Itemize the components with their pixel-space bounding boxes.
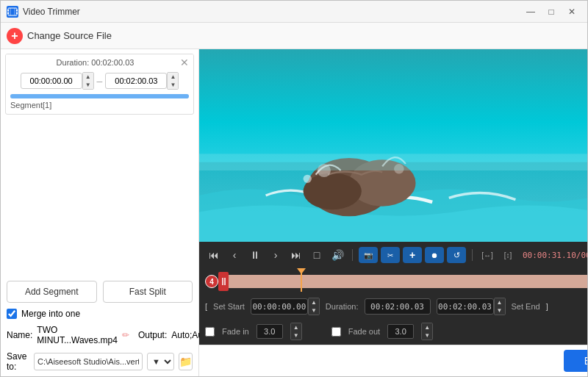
change-source-label: Change Source File (27, 30, 112, 41)
fade-in-label: Fade in (222, 327, 249, 336)
end-time-up[interactable]: ▲ (168, 73, 178, 81)
window-title: Video Trimmer (23, 7, 80, 17)
set-start-label: Set Start (213, 302, 245, 311)
end-time-group: ▲ ▼ (105, 72, 179, 90)
fade-out-down[interactable]: ▼ (422, 331, 432, 340)
left-bottom: Add Segment Fast Split Merge into one Na… (1, 276, 198, 376)
minimize-button[interactable]: — (521, 4, 540, 19)
end-time-down[interactable]: ▼ (168, 81, 178, 89)
duration-value: 00:02:00.03 (91, 58, 134, 67)
trim-start-up[interactable]: ▲ (309, 298, 319, 306)
app-icon (7, 6, 18, 18)
fade-in-up[interactable]: ▲ (291, 323, 301, 331)
merge-checkbox[interactable] (7, 309, 17, 319)
folder-browse-button[interactable]: 📁 (179, 353, 193, 370)
volume-button[interactable]: 🔊 (329, 246, 346, 264)
play-pause-button[interactable]: ⏸ (246, 246, 264, 264)
segment-buttons: Add Segment Fast Split (7, 281, 193, 303)
step-back-button[interactable]: ‹ (226, 246, 243, 264)
trim-duration-label: Duration: (326, 302, 359, 311)
close-button[interactable]: ✕ (562, 4, 581, 19)
segment-times: ▲ ▼ – ▲ ▼ (6, 71, 193, 91)
export-button[interactable]: Export (564, 350, 587, 372)
fast-split-button[interactable]: Fast Split (103, 281, 193, 303)
trim-end-up[interactable]: ▲ (495, 298, 505, 306)
refresh-button[interactable]: ↺ (447, 247, 466, 263)
start-time-up[interactable]: ▲ (83, 73, 93, 81)
trim-end-down[interactable]: ▼ (495, 306, 505, 315)
svg-rect-3 (7, 12, 9, 14)
set-end-label: Set End (512, 302, 540, 311)
duration-label: Duration: (57, 58, 90, 67)
start-time-input[interactable] (21, 73, 82, 89)
trim-playhead[interactable] (301, 271, 302, 292)
merge-row: Merge into one (7, 309, 193, 319)
fade-out-input[interactable] (387, 324, 414, 339)
badge-left: 4 (205, 275, 218, 288)
toolbar: + Change Source File (1, 23, 587, 49)
left-panel: Duration: 00:02:00.03 ✕ ▲ ▼ – (1, 49, 199, 376)
fade-out-up[interactable]: ▲ (422, 323, 432, 331)
start-time-group: ▲ ▼ (21, 72, 94, 90)
fade-in-checkbox[interactable] (205, 327, 215, 337)
svg-rect-16 (199, 154, 587, 170)
separator-1 (352, 249, 353, 261)
fade-out-checkbox[interactable] (331, 327, 341, 337)
trim-duration-input[interactable] (365, 298, 431, 315)
add-segment-button[interactable]: Add Segment (7, 281, 97, 303)
playhead-line (301, 271, 302, 292)
trim-start-group: ▲ ▼ (251, 298, 320, 315)
fade-in-down[interactable]: ▼ (291, 331, 301, 340)
saveto-path-input[interactable] (34, 353, 143, 370)
edit-name-icon[interactable]: ✏ (122, 330, 129, 340)
trim-end-spinner: ▲ ▼ (494, 298, 506, 315)
title-bar-left: Video Trimmer (7, 6, 80, 18)
maximize-button[interactable]: □ (542, 4, 561, 19)
segment-header: Duration: 00:02:00.03 ✕ (6, 54, 193, 71)
aspect-ratio-2-button[interactable]: [↕] (499, 246, 517, 264)
svg-rect-5 (16, 12, 18, 14)
trim-bar-container[interactable]: 4 (205, 271, 587, 292)
fade-in-input[interactable] (257, 324, 283, 339)
step-forward-button[interactable]: › (267, 246, 284, 264)
record-button[interactable]: ⏺ (425, 247, 444, 263)
right-panel: ⏮ ‹ ⏸ › ⏭ □ 🔊 📷 ✂ + ⏺ ↺ (199, 49, 587, 376)
trim-end-input[interactable] (437, 298, 494, 315)
trim-handle-left[interactable] (218, 272, 229, 291)
player-controls: ⏮ ‹ ⏸ › ⏭ □ 🔊 📷 ✂ + ⏺ ↺ (199, 242, 587, 268)
clip-button[interactable]: ✂ (381, 247, 400, 263)
playhead-triangle (297, 268, 306, 274)
file-name-value: TWO MINUT...Waves.mp4 (37, 325, 118, 345)
svg-point-15 (304, 175, 312, 183)
segment-close-button[interactable]: ✕ (180, 57, 189, 68)
trim-section: 4 (199, 268, 587, 295)
video-scene (199, 49, 587, 242)
skip-end-button[interactable]: ⏭ (287, 246, 305, 264)
add-source-icon: + (7, 28, 23, 44)
name-label: Name: (7, 330, 32, 340)
separator-2 (472, 249, 473, 261)
start-time-down[interactable]: ▼ (83, 81, 93, 89)
trim-bar-fill (220, 275, 587, 288)
change-source-button[interactable]: + Change Source File (7, 28, 112, 44)
stop-button[interactable]: □ (308, 246, 326, 264)
add-button[interactable]: + (403, 247, 422, 263)
saveto-select[interactable]: ▼ (147, 353, 174, 370)
end-time-input[interactable] (105, 73, 167, 89)
fade-out-label: Fade out (348, 327, 380, 336)
title-bar: Video Trimmer — □ ✕ (1, 1, 587, 23)
snapshot-button[interactable]: 📷 (359, 247, 378, 263)
skip-start-button[interactable]: ⏮ (205, 246, 223, 264)
aspect-ratio-1-button[interactable]: [↔] (478, 246, 496, 264)
title-bar-controls: — □ ✕ (521, 4, 581, 19)
trim-start-spinner: ▲ ▼ (308, 298, 320, 315)
segment-progress-bar (10, 94, 189, 98)
fade-in-spinner: ▲ ▼ (290, 323, 302, 340)
end-time-spinner: ▲ ▼ (167, 72, 179, 90)
merge-label: Merge into one (21, 309, 80, 319)
main-content: Duration: 00:02:00.03 ✕ ▲ ▼ – (1, 49, 587, 376)
svg-rect-2 (7, 10, 9, 11)
trim-start-input[interactable] (251, 298, 308, 315)
trim-start-down[interactable]: ▼ (309, 306, 319, 315)
start-time-spinner: ▲ ▼ (82, 72, 94, 90)
